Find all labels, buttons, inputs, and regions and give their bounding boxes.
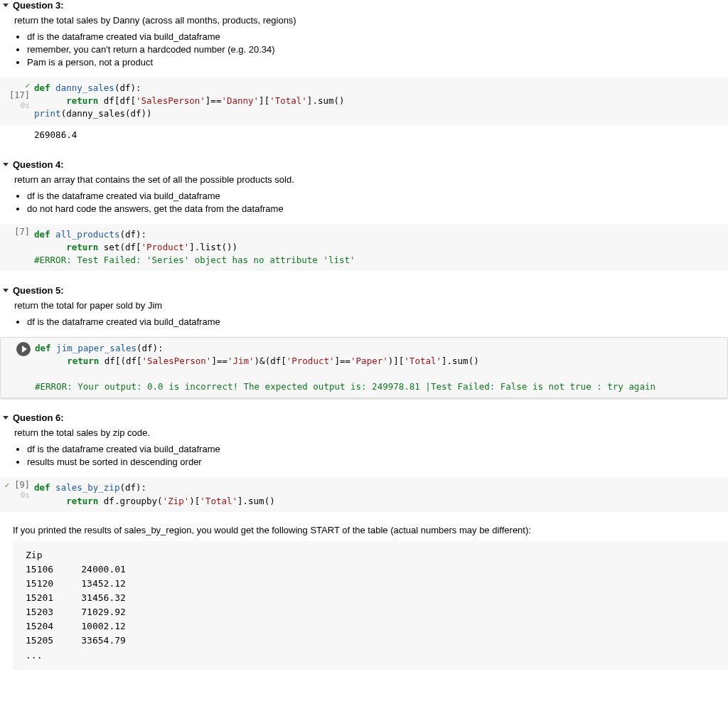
check-icon: ✓ — [4, 481, 9, 490]
q3-bullets: df is the dataframe created via build_da… — [27, 31, 728, 68]
error-msg: #ERROR: Your output: 0.0 is incorrect! T… — [35, 381, 655, 392]
collapse-icon[interactable] — [3, 4, 9, 7]
code-block[interactable]: def danny_sales(df): return df[df['Sales… — [34, 80, 728, 122]
play-icon — [22, 346, 27, 353]
q4-code-cell[interactable]: [7] def all_products(df): return set(df[… — [0, 224, 728, 271]
collapse-icon[interactable] — [3, 289, 9, 292]
q6-output: Zip 15106 24000.01 15120 13452.12 15201 … — [13, 541, 728, 670]
q4-bullets: df is the dataframe created via build_da… — [27, 191, 728, 214]
q3-heading[interactable]: Question 3: — [0, 0, 728, 11]
exec-time: 0s — [21, 491, 30, 500]
list-item: results must be sorted in descending ord… — [27, 457, 728, 467]
question-4: Question 4: return an array that contain… — [0, 159, 728, 271]
q6-bullets: df is the dataframe created via build_da… — [27, 444, 728, 467]
exec-count: [9] — [14, 480, 30, 490]
q6-code-cell[interactable]: ✓ [9] 0s def sales_by_zip(df): return df… — [0, 477, 728, 511]
question-5: Question 5: return the total for paper s… — [0, 285, 728, 399]
list-item: df is the dataframe created via build_da… — [27, 191, 728, 201]
q5-title: Question 5: — [13, 285, 64, 296]
q4-desc: return an array that contains the set of… — [14, 174, 728, 185]
list-item: Pam is a person, not a product — [27, 57, 728, 68]
run-button[interactable] — [16, 342, 31, 356]
list-item: remember, you can't return a hardcoded n… — [27, 44, 728, 55]
code-block[interactable]: def all_products(df): return set(df['Pro… — [34, 227, 728, 268]
q6-title: Question 6: — [13, 412, 64, 423]
q3-output: 269086.4 — [34, 124, 728, 144]
q5-code-cell[interactable]: def jim_paper_sales(df): return df[(df['… — [0, 337, 728, 399]
q6-explain: If you printed the results of sales_by_r… — [13, 525, 728, 535]
exec-count: [7] — [14, 227, 30, 237]
q3-code-cell[interactable]: ✓ [17] 0s def danny_sales(df): return df… — [0, 78, 728, 124]
list-item: df is the dataframe created via build_da… — [27, 444, 728, 454]
collapse-icon[interactable] — [3, 416, 9, 420]
q4-title: Question 4: — [13, 159, 64, 170]
code-block[interactable]: def jim_paper_sales(df): return df[(df['… — [35, 341, 727, 395]
q6-heading[interactable]: Question 6: — [0, 412, 728, 423]
q5-bullets: df is the dataframe created via build_da… — [27, 316, 728, 327]
question-3: Question 3: return the total sales by Da… — [0, 0, 728, 145]
q5-heading[interactable]: Question 5: — [0, 285, 728, 296]
check-icon: ✓ — [25, 81, 30, 90]
code-block[interactable]: def sales_by_zip(df): return df.groupby(… — [34, 480, 728, 508]
q5-desc: return the total for paper sold by Jim — [14, 300, 728, 311]
q6-output-wrap: Zip 15106 24000.01 15120 13452.12 15201 … — [13, 541, 728, 670]
exec-count: [17] — [9, 90, 30, 100]
question-6: Question 6: return the total sales by zi… — [0, 412, 728, 669]
list-item: df is the dataframe created via build_da… — [27, 31, 728, 42]
q3-desc: return the total sales by Danny (across … — [14, 15, 728, 26]
cell-gutter: [7] — [0, 227, 34, 237]
q6-desc: return the total sales by zip code. — [14, 427, 728, 438]
cell-gutter: ✓ [9] 0s — [0, 480, 34, 500]
list-item: df is the dataframe created via build_da… — [27, 316, 728, 327]
exec-time: 0s — [21, 101, 30, 110]
list-item: do not hard code the answers, get the da… — [27, 203, 728, 214]
q3-title: Question 3: — [13, 0, 64, 11]
error-msg: #ERROR: Test Failed: 'Series' object has… — [34, 255, 355, 265]
collapse-icon[interactable] — [3, 163, 9, 166]
q4-heading[interactable]: Question 4: — [0, 159, 728, 170]
cell-gutter — [1, 341, 35, 356]
cell-gutter: ✓ [17] 0s — [0, 80, 34, 110]
